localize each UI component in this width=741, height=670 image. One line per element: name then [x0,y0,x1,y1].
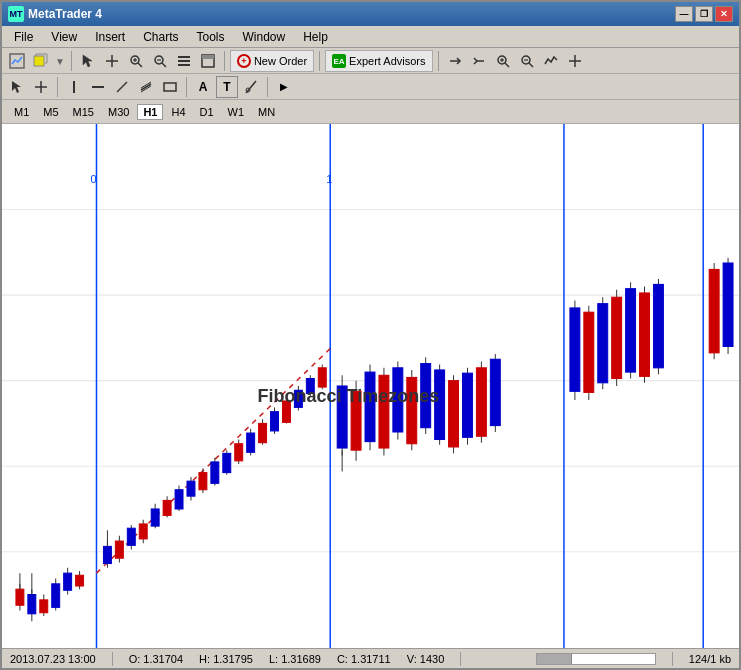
menu-bar: File View Insert Charts Tools Window Hel… [2,26,739,48]
window-title: MetaTrader 4 [28,7,102,21]
tf-m15[interactable]: M15 [67,104,100,120]
toolbar-sep-2 [224,51,225,71]
zoom-out-button[interactable] [149,50,171,72]
tf-h1[interactable]: H1 [137,104,163,120]
svg-rect-118 [407,377,417,443]
app-icon: MT [8,6,24,22]
tf-m30[interactable]: M30 [102,104,135,120]
svg-rect-13 [178,60,190,62]
menu-insert[interactable]: Insert [87,28,133,46]
svg-rect-95 [259,423,267,442]
period-sep-button[interactable] [564,50,586,72]
tf-h4[interactable]: H4 [165,104,191,120]
svg-rect-87 [211,462,219,483]
title-controls: — ❐ ✕ [675,6,733,22]
svg-rect-73 [127,528,135,545]
zoom-in-button[interactable] [125,50,147,72]
open-button[interactable] [30,50,52,72]
draw-sep-2 [186,77,187,97]
chart-shift-button[interactable] [444,50,466,72]
svg-rect-99 [282,401,290,422]
svg-rect-132 [570,308,580,391]
line-studies-tool[interactable] [135,76,157,98]
template-button[interactable] [197,50,219,72]
menu-tools[interactable]: Tools [189,28,233,46]
svg-rect-66 [76,575,84,586]
svg-rect-81 [175,490,183,509]
svg-rect-60 [40,600,48,613]
status-open: O: 1.31704 [129,653,183,665]
svg-rect-62 [52,584,60,608]
tf-m5[interactable]: M5 [37,104,64,120]
svg-rect-103 [306,379,314,394]
svg-rect-128 [476,368,486,436]
menu-charts[interactable]: Charts [135,28,186,46]
svg-rect-136 [598,304,608,383]
channel-tool[interactable] [159,76,181,98]
svg-rect-146 [709,269,719,352]
tf-mn[interactable]: MN [252,104,281,120]
expert-advisors-button[interactable]: EA Expert Advisors [325,50,432,72]
crosshair-tool[interactable] [30,76,52,98]
status-bar: 2013.07.23 13:00 O: 1.31704 H: 1.31795 L… [2,648,739,668]
draw-sep-3 [267,77,268,97]
svg-rect-134 [584,312,594,392]
draw-sep-1 [57,77,58,97]
status-scrollbar[interactable] [536,653,656,665]
restore-button[interactable]: ❐ [695,6,713,22]
trendline-tool[interactable] [111,76,133,98]
menu-file[interactable]: File [6,28,41,46]
new-order-button[interactable]: + New Order [230,50,314,72]
cursor-button[interactable] [77,50,99,72]
svg-rect-71 [115,541,123,558]
more-tool[interactable]: ▶ [273,76,295,98]
svg-rect-120 [421,364,431,428]
svg-text:1: 1 [326,172,332,184]
chart-area[interactable]: 0 1 [2,124,739,648]
properties-button[interactable] [173,50,195,72]
horizontal-line-tool[interactable] [87,76,109,98]
text-tool[interactable]: A [192,76,214,98]
zoom-out2-button[interactable] [516,50,538,72]
close-button[interactable]: ✕ [715,6,733,22]
crosshair-button[interactable] [101,50,123,72]
menu-window[interactable]: Window [235,28,294,46]
minimize-button[interactable]: — [675,6,693,22]
toolbar-sep-1 [71,51,72,71]
svg-rect-89 [223,453,231,472]
tf-w1[interactable]: W1 [222,104,251,120]
title-bar-left: MT MetaTrader 4 [8,6,102,22]
svg-rect-77 [151,509,159,526]
new-order-icon: + [237,54,251,68]
ea-label: Expert Advisors [349,55,425,67]
main-window: MT MetaTrader 4 — ❐ ✕ File View Insert C… [0,0,741,670]
svg-rect-79 [163,500,171,515]
svg-line-6 [138,63,142,67]
svg-rect-124 [449,381,459,447]
autoscroll-button[interactable] [468,50,490,72]
title-bar: MT MetaTrader 4 — ❐ ✕ [2,2,739,26]
vertical-line-tool[interactable] [63,76,85,98]
app-icon-text: MT [10,9,23,19]
text-label-tool[interactable]: T [216,76,238,98]
fib-tool[interactable] [240,76,262,98]
menu-help[interactable]: Help [295,28,336,46]
zoom-in2-button[interactable] [492,50,514,72]
timeframe-bar: M1 M5 M15 M30 H1 H4 D1 W1 MN [2,100,739,124]
status-sep-2 [460,652,461,666]
svg-rect-122 [435,370,445,440]
new-chart-button[interactable] [6,50,28,72]
svg-rect-105 [318,368,326,387]
svg-rect-110 [351,391,361,450]
history-button[interactable] [540,50,562,72]
tf-d1[interactable]: D1 [194,104,220,120]
tf-m1[interactable]: M1 [8,104,35,120]
status-volume: V: 1430 [407,653,445,665]
main-toolbar: ▼ + New Order EA Expert Advisors [2,48,739,74]
ea-icon: EA [332,54,346,68]
svg-rect-1 [34,56,44,66]
menu-view[interactable]: View [43,28,85,46]
status-high: H: 1.31795 [199,653,253,665]
pointer-tool[interactable] [6,76,28,98]
chart-svg: 0 1 [2,124,739,648]
